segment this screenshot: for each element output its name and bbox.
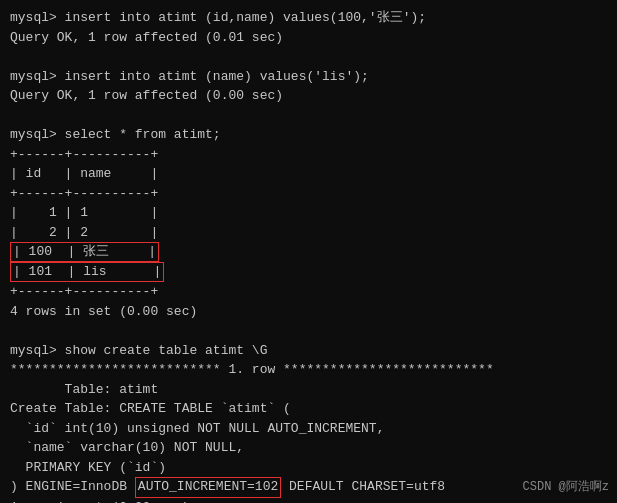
line-4: mysql> insert into atimt (name) values('… — [10, 67, 607, 87]
line-2: Query OK, 1 row affected (0.01 sec) — [10, 28, 607, 48]
watermark: CSDN @阿浩啊z — [523, 478, 609, 495]
line-19: *************************** 1. row *****… — [10, 360, 607, 380]
line-1: mysql> insert into atimt (id,name) value… — [10, 8, 607, 28]
row-101-highlight: | 101 | lis | — [10, 262, 164, 282]
line-22: `id` int(10) unsigned NOT NULL AUTO_INCR… — [10, 419, 607, 439]
line-10: +------+----------+ — [10, 184, 607, 204]
line-7: mysql> select * from atimt; — [10, 125, 607, 145]
line-18: mysql> show create table atimt \G — [10, 341, 607, 361]
line-14: | 101 | lis | — [10, 262, 607, 282]
terminal: mysql> insert into atimt (id,name) value… — [0, 0, 617, 503]
line-9: | id | name | — [10, 164, 607, 184]
line-20: Table: atimt — [10, 380, 607, 400]
line-13: | 100 | 张三 | — [10, 242, 607, 262]
line-21: Create Table: CREATE TABLE `atimt` ( — [10, 399, 607, 419]
line-12: | 2 | 2 | — [10, 223, 607, 243]
auto-increment-highlight: AUTO_INCREMENT=102 — [135, 477, 281, 497]
line-17 — [10, 321, 607, 341]
line-11: | 1 | 1 | — [10, 203, 607, 223]
line-5: Query OK, 1 row affected (0.00 sec) — [10, 86, 607, 106]
line-3 — [10, 47, 607, 67]
line-24: PRIMARY KEY (`id`) — [10, 458, 607, 478]
line-6 — [10, 106, 607, 126]
line-26: 1 row in set (0.00 sec) — [10, 498, 607, 503]
line-23: `name` varchar(10) NOT NULL, — [10, 438, 607, 458]
line-8: +------+----------+ — [10, 145, 607, 165]
line-25: ) ENGINE=InnoDB AUTO_INCREMENT=102 DEFAU… — [10, 477, 607, 497]
row-100-highlight: | 100 | 张三 | — [10, 242, 159, 262]
line-15: +------+----------+ — [10, 282, 607, 302]
line-16: 4 rows in set (0.00 sec) — [10, 302, 607, 322]
